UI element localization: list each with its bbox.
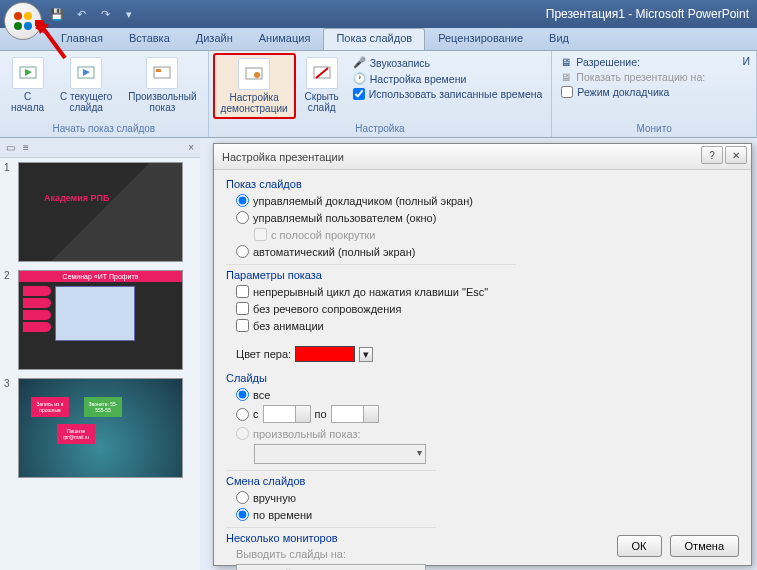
fieldset-monitors: Несколько мониторов Выводить слайды на: … [226, 532, 436, 570]
slide-thumb-3[interactable]: 3 Запись из в прошлые Звоните: 55-555-55… [4, 378, 196, 478]
resolution-row: 🖥Разрешение: [558, 55, 708, 69]
from-current-label: С текущего слайда [60, 91, 112, 113]
radio-from-to[interactable]: спо [226, 403, 436, 425]
ribbon-group-monitors-label: Монито [556, 122, 752, 135]
svg-point-1 [24, 12, 32, 20]
svg-rect-11 [154, 67, 170, 78]
ribbon-group-setup: Настройка демонстрации Скрыть слайд 🎤Зву… [209, 51, 553, 137]
close-button[interactable]: ✕ [725, 146, 747, 164]
ribbon-group-start-label: Начать показ слайдов [4, 122, 204, 135]
clock-icon: 🕐 [353, 72, 366, 85]
setup-icon [238, 58, 270, 90]
setup-slideshow-button[interactable]: Настройка демонстрации [213, 53, 296, 119]
chevron-down-icon[interactable]: ▾ [359, 347, 373, 362]
checkbox-animation[interactable]: без анимации [226, 317, 516, 334]
checkbox-scrollbar: с полосой прокрутки [226, 226, 516, 243]
tab-home[interactable]: Главная [48, 28, 116, 50]
fieldset-show-type: Показ слайдов управляемый докладчиком (п… [226, 178, 516, 260]
from-beginning-label: С начала [11, 91, 44, 113]
dialog-title: Настройка презентации [222, 151, 344, 163]
use-timings-checkbox[interactable]: Использовать записанные времена [350, 87, 546, 101]
slides-tab-icon[interactable]: ▭ [6, 142, 15, 153]
office-button[interactable] [4, 2, 42, 40]
record-narration-button[interactable]: 🎤Звукозапись [350, 55, 546, 70]
svg-rect-13 [246, 68, 262, 79]
to-spinner[interactable] [331, 405, 379, 423]
slide-number: 1 [4, 162, 14, 262]
fieldset-show-options: Параметры показа непрерывный цикл до наж… [226, 269, 516, 364]
radio-individual[interactable]: управляемый пользователем (окно) [226, 209, 516, 226]
fieldset-slides: Слайды все спо произвольный показ: [226, 372, 436, 466]
hide-slide-button[interactable]: Скрыть слайд [298, 53, 346, 117]
title-bar: 💾 ↶ ↷ ▾ Презентация1 - Microsoft PowerPo… [0, 0, 757, 28]
radio-timings[interactable]: по времени [226, 506, 436, 523]
undo-icon[interactable]: ↶ [72, 5, 90, 23]
hide-label: Скрыть слайд [305, 91, 339, 113]
tab-insert[interactable]: Вставка [116, 28, 183, 50]
slide-preview: Семинар «ИТ Профитв [18, 270, 183, 370]
from-beginning-button[interactable]: С начала [4, 53, 51, 117]
cancel-button[interactable]: Отмена [670, 535, 739, 557]
qat-customize-icon[interactable]: ▾ [120, 5, 138, 23]
radio-kiosk[interactable]: автоматический (полный экран) [226, 243, 516, 260]
slide-preview: Запись из в прошлые Звоните: 55-555-55 П… [18, 378, 183, 478]
play-current-icon [70, 57, 102, 89]
radio-speaker[interactable]: управляемый докладчиком (полный экран) [226, 192, 516, 209]
ribbon-group-monitors: 🖥Разрешение: 🖥Показать презентацию на: Р… [552, 51, 757, 137]
display-label: Выводить слайды на: [226, 546, 436, 562]
custom-show-label: Произвольный показ [128, 91, 196, 113]
fieldset-advance: Смена слайдов вручную по времени [226, 475, 436, 523]
checkbox-loop[interactable]: непрерывный цикл до нажатия клавиши "Esc… [226, 283, 516, 300]
svg-point-3 [24, 22, 32, 30]
redo-icon[interactable]: ↷ [96, 5, 114, 23]
checkbox-narration[interactable]: без речевого сопровождения [226, 300, 516, 317]
slide-thumb-2[interactable]: 2 Семинар «ИТ Профитв [4, 270, 196, 370]
dialog-title-bar[interactable]: Настройка презентации ? ✕ [214, 144, 751, 170]
radio-all-slides[interactable]: все [226, 386, 436, 403]
tab-view[interactable]: Вид [536, 28, 582, 50]
presenter-view-checkbox[interactable]: Режим докладчика [558, 85, 708, 99]
rehearse-timings-button[interactable]: 🕐Настройка времени [350, 71, 546, 86]
setup-show-dialog: Настройка презентации ? ✕ Показ слайдов … [213, 143, 752, 566]
slide-number: 2 [4, 270, 14, 370]
from-current-button[interactable]: С текущего слайда [53, 53, 119, 117]
radio-custom-show: произвольный показ: [226, 425, 436, 442]
ribbon-tabs: Главная Вставка Дизайн Анимация Показ сл… [0, 28, 757, 51]
show-on-row: 🖥Показать презентацию на: [558, 70, 708, 84]
ribbon-group-setup-label: Настройка [213, 122, 548, 135]
ok-button[interactable]: ОК [617, 535, 662, 557]
svg-point-14 [254, 72, 260, 78]
svg-rect-12 [156, 69, 161, 72]
slide-thumb-1[interactable]: 1 Академия РПБ [4, 162, 196, 262]
window-title: Презентация1 - Microsoft PowerPoint [546, 7, 749, 21]
slide-number: 3 [4, 378, 14, 478]
from-spinner[interactable] [263, 405, 311, 423]
pen-color-row: Цвет пера: ▾ [226, 344, 516, 364]
monitor-icon: 🖥 [561, 71, 572, 83]
slides-list[interactable]: 1 Академия РПБ 2 Семинар «ИТ Профитв 3 [0, 158, 200, 570]
tab-review[interactable]: Рецензирование [425, 28, 536, 50]
help-button[interactable]: ? [701, 146, 723, 164]
tab-slideshow[interactable]: Показ слайдов [323, 28, 425, 50]
slide-preview: Академия РПБ [18, 162, 183, 262]
custom-show-icon [146, 57, 178, 89]
ribbon-group-start: С начала С текущего слайда Произвольный … [0, 51, 209, 137]
custom-show-combo [254, 444, 426, 464]
tab-design[interactable]: Дизайн [183, 28, 246, 50]
panel-tab-strip: ▭ ≡ × [0, 138, 200, 158]
slides-panel: ▭ ≡ × 1 Академия РПБ 2 Семинар «ИТ Профи… [0, 138, 200, 570]
outline-tab-icon[interactable]: ≡ [23, 142, 29, 153]
quick-access-toolbar: 💾 ↶ ↷ ▾ [48, 5, 138, 23]
svg-point-0 [14, 12, 22, 20]
monitor-icon: 🖥 [561, 56, 572, 68]
panel-close-icon[interactable]: × [188, 142, 194, 153]
pen-color-swatch[interactable] [295, 346, 355, 362]
tab-animation[interactable]: Анимация [246, 28, 324, 50]
custom-show-button[interactable]: Произвольный показ [121, 53, 203, 117]
save-icon[interactable]: 💾 [48, 5, 66, 23]
svg-point-2 [14, 22, 22, 30]
mic-icon: 🎤 [353, 56, 366, 69]
display-combo: Основной монитор [236, 564, 426, 570]
ribbon: С начала С текущего слайда Произвольный … [0, 51, 757, 138]
radio-manual[interactable]: вручную [226, 489, 436, 506]
